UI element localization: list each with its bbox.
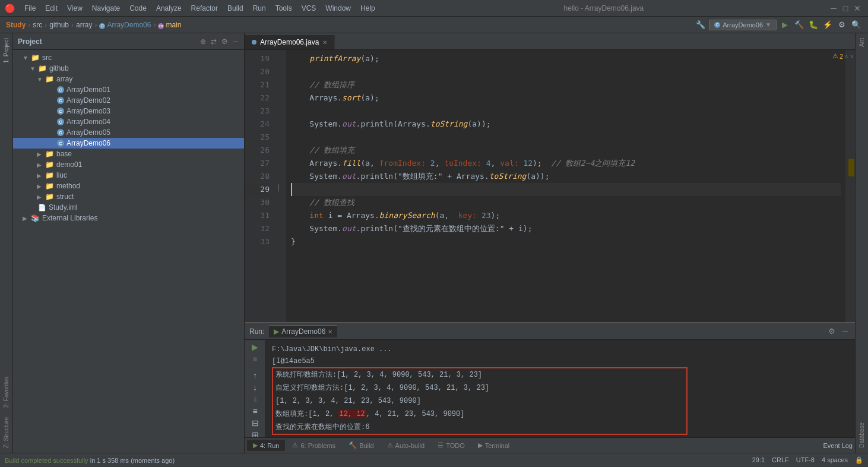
menu-file[interactable]: File <box>20 2 40 14</box>
database-panel-tab[interactable]: Database <box>857 418 866 453</box>
scroll-to-end-button[interactable]: ↡ <box>248 395 262 404</box>
breadcrumb-study[interactable]: Study <box>6 21 26 29</box>
run-button[interactable]: ▶ <box>779 19 791 31</box>
status-message: Build completed successfully in 1 s 358 … <box>5 457 747 464</box>
breadcrumb-src[interactable]: src <box>33 21 42 29</box>
run-tab-active[interactable]: ▶ ArrayDemo06 ✕ <box>269 325 337 337</box>
bottom-panel: Run: ▶ ArrayDemo06 ✕ ⚙ ─ ▶ ■ ↑ <box>245 322 855 453</box>
todo-tab[interactable]: ☰ TODO <box>432 440 471 451</box>
java-icon-05: C <box>57 129 64 136</box>
menu-view[interactable]: View <box>62 2 87 14</box>
tree-item-arraydemo04[interactable]: ▶ C ArrayDemo04 <box>13 116 244 127</box>
tree-item-arraydemo01[interactable]: ▶ C ArrayDemo01 <box>13 84 244 95</box>
run-tab-status[interactable]: ▶ 4: Run <box>247 440 285 451</box>
tree-item-base[interactable]: ▶ 📁 base <box>13 149 244 159</box>
tree-item-demo01[interactable]: ▶ 📁 demo01 <box>13 159 244 170</box>
warning-badge: ⚠ ▲ 2 2 ∧ ∨ <box>832 52 854 60</box>
output-line-1: [I@14ae5a5 <box>272 355 849 367</box>
build-button[interactable]: 🔨 <box>793 19 805 31</box>
tree-item-struct[interactable]: ▶ 📁 struct <box>13 191 244 202</box>
tree-item-arraydemo06[interactable]: ▶ C ArrayDemo06 <box>13 138 244 149</box>
scroll-warning-marker <box>848 159 854 176</box>
event-log-link[interactable]: Event Log <box>823 442 853 449</box>
tree-item-arraydemo05[interactable]: ▶ C ArrayDemo05 <box>13 127 244 138</box>
tree-item-arraydemo02[interactable]: ▶ C ArrayDemo02 <box>13 95 244 106</box>
menu-run[interactable]: Run <box>248 2 271 14</box>
scroll-up-button[interactable]: ↑ <box>248 371 262 380</box>
menu-window[interactable]: Window <box>321 2 356 14</box>
run-tab-close[interactable]: ✕ <box>328 329 332 335</box>
build-icon: 🔨 <box>349 441 357 449</box>
tree-item-array[interactable]: ▼ 📁 array <box>13 74 244 84</box>
add-icon[interactable]: ⊕ <box>199 36 207 47</box>
line-ending[interactable]: CRLF <box>772 456 789 464</box>
folder-icon-base: 📁 <box>45 150 54 158</box>
expand-arrow-base: ▶ <box>37 151 45 157</box>
tree-item-method[interactable]: ▶ 📁 method <box>13 181 244 191</box>
indent-setting[interactable]: 4 spaces <box>822 456 848 464</box>
coverage-button[interactable]: ⚡ <box>822 19 834 31</box>
menu-navigate[interactable]: Navigate <box>87 2 125 14</box>
structure-panel-tab[interactable]: Z: Structure <box>2 412 11 453</box>
minimize-panel-icon[interactable]: ─ <box>840 326 850 337</box>
stop-button[interactable]: ■ <box>248 354 262 364</box>
tree-label-base: base <box>56 150 72 158</box>
output-line-2: 系统打印数组方法:[1, 2, 3, 4, 9090, 543, 21, 3, … <box>273 368 686 381</box>
auto-build-tab[interactable]: ⚠ Auto-build <box>381 440 431 451</box>
scroll-down-button[interactable]: ↓ <box>248 383 262 392</box>
encoding[interactable]: UTF-8 <box>796 456 815 464</box>
search-icon[interactable]: 🔍 <box>850 19 862 31</box>
run-output[interactable]: F:\Java\JDK\bin\java.exe ... [I@14ae5a5 … <box>266 340 855 437</box>
run-config-selector[interactable]: C ArrayDemo06 ▼ <box>709 20 777 30</box>
menu-help[interactable]: Help <box>356 2 380 14</box>
filter-button[interactable]: ⊟ <box>248 418 262 428</box>
build-tab[interactable]: 🔨 Build <box>343 440 379 451</box>
rerun-button[interactable]: ▶ <box>248 342 262 352</box>
settings-icon[interactable]: ⚙ <box>836 19 848 31</box>
settings-run-icon[interactable]: ⚙ <box>826 326 838 337</box>
breadcrumb-array[interactable]: array <box>76 21 92 29</box>
tab-close-icon[interactable]: ✕ <box>322 39 327 46</box>
sort-button[interactable]: ≡ <box>248 406 262 416</box>
bottom-panel-icons: ⚙ ─ <box>826 326 850 337</box>
expand-button[interactable]: ⊞ <box>248 430 262 437</box>
minimize-button[interactable]: ─ <box>828 2 840 14</box>
problems-tab[interactable]: ⚠ 6: Problems <box>286 440 341 451</box>
gear-icon[interactable]: ⚙ <box>220 36 229 47</box>
editor-tab-arraydemo06[interactable]: ArrayDemo06.java ✕ <box>245 35 335 49</box>
tree-item-arraydemo03[interactable]: ▶ C ArrayDemo03 <box>13 106 244 116</box>
menu-analyze[interactable]: Analyze <box>151 2 186 14</box>
iml-icon: 📄 <box>38 204 46 212</box>
debug-button[interactable]: 🐛 <box>807 19 819 31</box>
breadcrumb-github[interactable]: github <box>49 21 69 29</box>
tree-item-study-iml[interactable]: ▶ 📄 Study.iml <box>13 202 244 213</box>
menu-build[interactable]: Build <box>223 2 248 14</box>
sync-icon[interactable]: ⇄ <box>210 36 218 47</box>
maximize-button[interactable]: □ <box>840 2 851 14</box>
menu-refactor[interactable]: Refactor <box>186 2 223 14</box>
breadcrumb-method[interactable]: mmain <box>158 21 181 29</box>
tree-item-external-libs[interactable]: ▶ 📚 External Libraries <box>13 213 244 223</box>
run-tab-status-label: 4: Run <box>260 442 279 449</box>
ant-panel-tab[interactable]: Ant <box>857 33 866 52</box>
minimize-panel-icon[interactable]: ─ <box>232 36 239 47</box>
terminal-tab[interactable]: ▶ Terminal <box>472 440 516 451</box>
tree-item-liuc[interactable]: ▶ 📁 liuc <box>13 170 244 181</box>
expand-arrow-extlibs: ▶ <box>23 215 31 222</box>
problems-label: 6: Problems <box>300 442 335 449</box>
tree-label-demo01: demo01 <box>56 160 82 169</box>
menu-code[interactable]: Code <box>125 2 151 14</box>
navigate-back-icon[interactable]: 🔧 <box>695 19 707 31</box>
close-button[interactable]: ✕ <box>851 2 863 14</box>
code-editor[interactable]: printfArray(a); // 数组排序 Arrays.sort(a); <box>286 50 845 322</box>
toolbar-right: 🔧 C ArrayDemo06 ▼ ▶ 🔨 🐛 ⚡ ⚙ 🔍 <box>695 19 862 31</box>
favorites-panel-tab[interactable]: 2: Favorites <box>2 372 11 412</box>
menu-edit[interactable]: Edit <box>40 2 62 14</box>
cursor-position[interactable]: 29:1 <box>752 456 765 464</box>
tree-item-github[interactable]: ▼ 📁 github <box>13 63 244 74</box>
menu-tools[interactable]: Tools <box>271 2 297 14</box>
tree-item-src[interactable]: ▼ 📁 src <box>13 52 244 63</box>
menu-vcs[interactable]: VCS <box>297 2 321 14</box>
breadcrumb-file[interactable]: CArrayDemo06 <box>99 21 151 29</box>
project-panel-tab[interactable]: 1: Project <box>2 33 11 68</box>
